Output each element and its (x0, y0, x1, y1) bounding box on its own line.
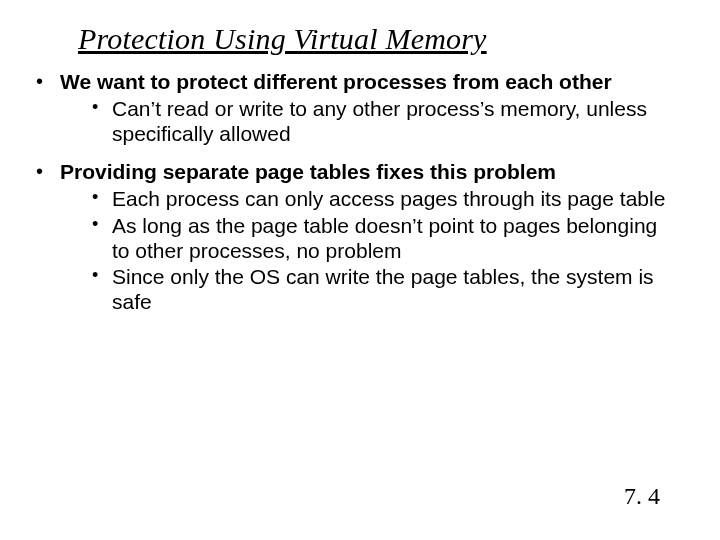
bullet-header: We want to protect different processes f… (60, 70, 676, 95)
slide-title: Protection Using Virtual Memory (78, 22, 487, 56)
slide-content: We want to protect different processes f… (36, 70, 676, 329)
slide-number: 7. 4 (624, 483, 660, 510)
bullet-list: We want to protect different processes f… (36, 70, 676, 315)
bullet-item: We want to protect different processes f… (36, 70, 676, 146)
slide: Protection Using Virtual Memory We want … (0, 0, 720, 540)
sub-item: Since only the OS can write the page tab… (92, 265, 676, 315)
sub-list: Can’t read or write to any other process… (60, 97, 676, 147)
bullet-item: Providing separate page tables fixes thi… (36, 160, 676, 315)
sub-item: Each process can only access pages throu… (92, 187, 676, 212)
sub-item: As long as the page table doesn’t point … (92, 214, 676, 264)
sub-list: Each process can only access pages throu… (60, 187, 676, 315)
sub-item: Can’t read or write to any other process… (92, 97, 676, 147)
bullet-header: Providing separate page tables fixes thi… (60, 160, 676, 185)
